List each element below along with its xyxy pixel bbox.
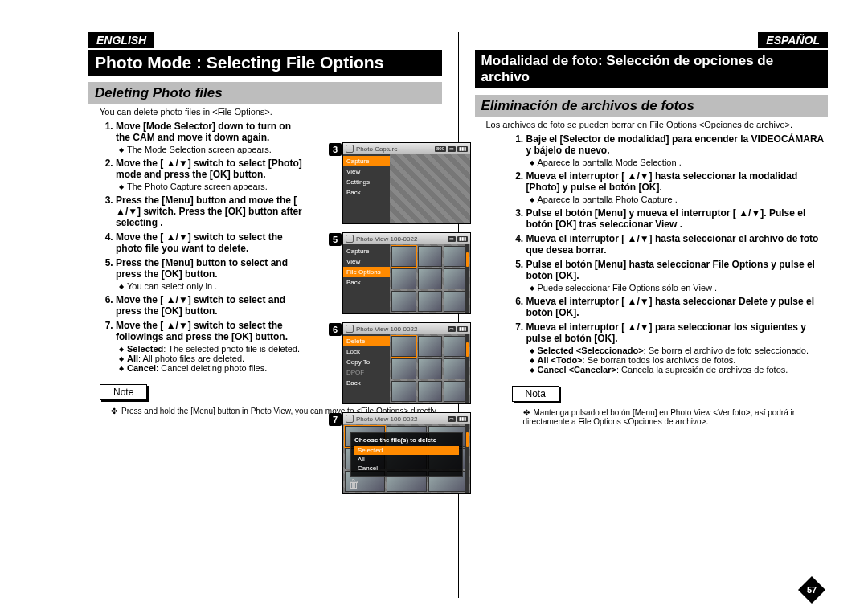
sub-step: Puede seleccionar File Options sólo en V… [530, 283, 825, 293]
battery-icon: ▮▮▮ [457, 416, 468, 422]
step-item: Move the [ ▲/▼] switch to select and pre… [116, 294, 307, 317]
note-item: Mantenga pulsado el botón [Menu] en Phot… [523, 408, 829, 426]
screen-badge-3: 3 [329, 143, 342, 156]
battery-icon: ▮▮▮ [457, 236, 468, 242]
sub-step: Cancel <Cancelar>: Cancela la supresión … [530, 365, 825, 375]
notes-es: Mantenga pulsado el botón [Menu] en Phot… [523, 408, 829, 426]
menu-item: Back [343, 187, 390, 198]
step-item: Pulse el botón [Menu] y mueva el interru… [526, 207, 829, 230]
memory-icon: ▭ [448, 146, 456, 152]
language-tag-english: ENGLISH [88, 32, 154, 48]
sub-step: All: All photo files are deleted. [119, 354, 304, 363]
step-item: Move the [ ▲/▼] switch to select the fol… [116, 320, 307, 373]
step-item: Baje el [Selector de modalidad] para enc… [526, 133, 829, 167]
menu-item: Back [343, 378, 390, 388]
step-item: Move the [ ▲/▼] switch to select [Photo]… [116, 158, 307, 191]
menu-item: File Options [343, 267, 390, 277]
menu-item: Capture [343, 156, 390, 166]
note-label-en: Note [100, 384, 147, 400]
intro-es: Los archivos de foto se pueden borrar en… [486, 120, 829, 129]
section-title-es: Eliminación de archivos de fotos [475, 95, 829, 117]
prompt-options: SelectedAllCancel [354, 446, 459, 473]
prompt-title: Choose the file(s) to delete [354, 436, 459, 444]
menu-item: DPOF [343, 367, 390, 378]
scrollbar [465, 334, 469, 403]
scrollbar [465, 424, 469, 493]
delete-prompt: Choose the file(s) to delete SelectedAll… [350, 432, 463, 477]
step-item: Mueva el interruptor [ ▲/▼] hasta selecc… [526, 233, 829, 256]
step-item: Move [Mode Selector] down to turn on the… [116, 121, 307, 154]
battery-icon: ▮▮▮ [457, 146, 468, 152]
screen-illustrations: 3 Photo Capture 800▭▮▮▮ CaptureViewSetti… [342, 142, 471, 502]
screen-7: 7 Photo View 100-0022 ▭▮▮▮ Choose the fi… [342, 412, 471, 494]
memory-icon: ▭ [448, 326, 456, 332]
page-title-en: Photo Mode : Selecting File Options [88, 50, 442, 76]
screen-title: Photo View 100-0022 [356, 325, 417, 333]
camera-icon [346, 415, 354, 423]
camera-icon [346, 145, 354, 153]
menu-item: View [343, 256, 390, 267]
screen-title: Photo Capture [356, 145, 398, 153]
sub-step: The Photo Capture screen appears. [119, 182, 304, 191]
sub-step: You can select only in . [119, 281, 304, 291]
step-item: Mueva el interruptor [ ▲/▼] hasta selecc… [526, 296, 829, 318]
sub-step: Aparece la pantalla Photo Capture . [530, 194, 825, 204]
steps-list-es: Baje el [Selector de modalidad] para enc… [486, 133, 829, 375]
screen-badge-6: 6 [329, 323, 342, 336]
screen-3: 3 Photo Capture 800▭▮▮▮ CaptureViewSetti… [342, 142, 471, 224]
language-tag-spanish: ESPAÑOL [758, 32, 828, 48]
sub-step: Aparece la pantalla Mode Selection . [530, 158, 825, 167]
step-item: Move the [ ▲/▼] switch to select the pho… [116, 231, 307, 254]
intro-en: You can delete photo files in <File Opti… [100, 107, 442, 117]
sub-step: All <Todo>: Se borran todos los archivos… [530, 355, 825, 365]
sub-step: Selected: The selected photo file is del… [119, 344, 304, 354]
memory-icon: ▭ [448, 236, 456, 242]
step-item: Mueva el interruptor [ ▲/▼] hasta selecc… [526, 170, 829, 204]
prompt-option: Selected [354, 446, 459, 455]
sub-step: The Mode Selection screen appears. [119, 145, 304, 154]
camera-icon [346, 235, 354, 243]
memory-icon: ▭ [448, 416, 456, 422]
menu-item: Capture [343, 246, 390, 256]
screen-3-menu: CaptureViewSettingsBack [343, 154, 390, 223]
menu-item: Lock [343, 346, 390, 357]
thumbnail-grid [390, 334, 470, 403]
screen-5: 5 Photo View 100-0022 ▭▮▮▮ CaptureViewFi… [342, 232, 471, 314]
screen-title: Photo View 100-0022 [356, 235, 417, 243]
section-title-en: Deleting Photo files [88, 82, 442, 104]
screen-badge-5: 5 [329, 233, 342, 246]
note-label-es: Nota [512, 386, 559, 402]
menu-item: Settings [343, 177, 390, 187]
sub-step: Cancel: Cancel deleting photo files. [119, 363, 304, 373]
sub-step: Selected <Seleccionado>: Se borra el arc… [530, 346, 825, 355]
screen-6: 6 Photo View 100-0022 ▭▮▮▮ DeleteLockCop… [342, 322, 471, 404]
step-item: Mueva el interruptor [ ▲/▼] para selecci… [526, 321, 829, 375]
screen-6-menu: DeleteLockCopy ToDPOFBack [343, 334, 390, 403]
menu-item: Delete [343, 336, 390, 346]
scrollbar [465, 244, 469, 313]
menu-item: Back [343, 277, 390, 288]
step-item: Pulse el botón [Menu] hasta seleccionar … [526, 259, 829, 293]
trash-icon: 🗑 [348, 477, 359, 490]
step-item: Press the [Menu] button and move the [ ▲… [116, 194, 307, 228]
screen-badge-7: 7 [329, 413, 342, 426]
camera-icon [346, 325, 354, 333]
preview-image [390, 154, 470, 223]
thumbnail-grid [390, 244, 470, 313]
menu-item: View [343, 166, 390, 177]
screen-title: Photo View 100-0022 [356, 415, 417, 423]
screen-5-menu: CaptureViewFile OptionsBack [343, 244, 390, 313]
prompt-option: Cancel [354, 464, 459, 473]
battery-icon: ▮▮▮ [457, 326, 468, 332]
menu-item: Copy To [343, 357, 390, 367]
step-item: Press the [Menu] button to select and pr… [116, 257, 307, 291]
page-title-es: Modalidad de foto: Selección de opciones… [475, 50, 829, 88]
prompt-option: All [354, 455, 459, 464]
